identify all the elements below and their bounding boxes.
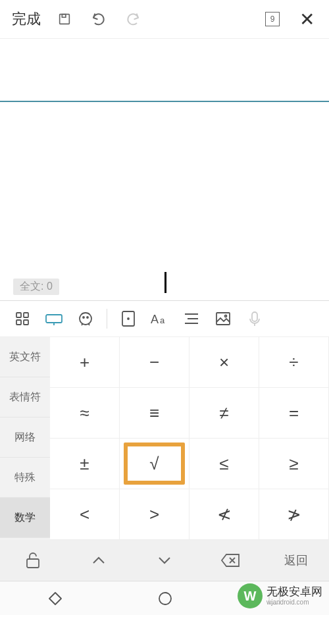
chevron-down-icon[interactable] (132, 540, 197, 581)
lock-icon[interactable] (0, 540, 66, 581)
svg-rect-3 (24, 313, 28, 317)
font-icon[interactable]: Aa (144, 303, 176, 335)
keyboard-icon[interactable] (38, 303, 70, 335)
save-icon[interactable] (50, 5, 79, 34)
symbol-grid: + − × ÷ ≈ ≡ ≠ = ± √ ≤ ≥ < > ≮ ≯ (50, 337, 329, 540)
svg-text:a: a (160, 315, 165, 325)
text-cursor (164, 272, 166, 293)
format-toolbar: Aa (0, 300, 329, 337)
symbol-lt[interactable]: < (50, 489, 120, 540)
symbol-equal[interactable]: = (259, 388, 329, 439)
svg-rect-19 (252, 312, 257, 321)
frame-icon[interactable] (113, 303, 144, 335)
svg-point-21 (159, 593, 171, 604)
svg-rect-0 (60, 14, 70, 24)
mic-icon[interactable] (239, 303, 270, 335)
done-button[interactable]: 完成 (8, 9, 45, 29)
undo-icon[interactable] (84, 5, 113, 34)
symbol-multiply[interactable]: × (190, 337, 259, 388)
symbol-divide[interactable]: ÷ (259, 337, 329, 388)
svg-rect-2 (16, 313, 21, 317)
word-count-badge: 全文: 0 (13, 279, 59, 295)
svg-rect-1 (62, 14, 66, 18)
symbol-identical[interactable]: ≡ (120, 388, 190, 439)
svg-rect-5 (24, 320, 28, 325)
svg-point-18 (225, 315, 227, 317)
chevron-up-icon[interactable] (66, 540, 132, 581)
symbol-not-lt[interactable]: ≮ (190, 489, 259, 540)
back-button[interactable]: 返回 (263, 540, 329, 581)
symbol-approx[interactable]: ≈ (50, 388, 120, 439)
align-icon[interactable] (176, 303, 207, 335)
symbol-gt[interactable]: > (120, 489, 190, 540)
tab-special-symbols[interactable]: 特殊 (0, 458, 50, 498)
tab-emoji-symbols[interactable]: 表情符 (0, 377, 50, 417)
svg-point-9 (87, 317, 88, 318)
svg-rect-17 (216, 313, 230, 325)
editor-divider (0, 101, 329, 102)
symbol-lte[interactable]: ≤ (190, 439, 259, 489)
symbol-plus[interactable]: + (50, 337, 120, 388)
image-icon[interactable] (207, 303, 239, 335)
top-toolbar: 完成 9 ✕ (0, 0, 329, 38)
nav-home-icon[interactable] (158, 591, 172, 606)
svg-rect-4 (16, 320, 21, 325)
symbol-category-tabs: 英文符 表情符 网络 特殊 数学 (0, 337, 50, 540)
close-icon[interactable]: ✕ (292, 5, 321, 34)
symbol-gte[interactable]: ≥ (259, 439, 329, 489)
symbol-sqrt[interactable]: √ (120, 439, 190, 489)
symbol-plus-minus[interactable]: ± (50, 439, 120, 489)
keyboard-bottom-bar: 返回 (0, 540, 329, 581)
svg-point-8 (83, 317, 84, 318)
editor-area[interactable]: 全文: 0 (0, 38, 329, 300)
svg-rect-6 (46, 315, 62, 323)
symbol-panel: 英文符 表情符 网络 特殊 数学 + − × ÷ ≈ ≡ ≠ = ± √ ≤ ≥… (0, 337, 329, 540)
nav-back-icon[interactable] (48, 591, 63, 606)
symbol-not-equal[interactable]: ≠ (190, 388, 259, 439)
redo-icon (118, 5, 147, 34)
tab-network-symbols[interactable]: 网络 (0, 417, 50, 458)
page-number-box[interactable]: 9 (258, 5, 287, 34)
apps-icon[interactable] (7, 303, 38, 335)
watermark-title: 无极安卓网 (266, 586, 322, 599)
watermark-logo: W (238, 583, 263, 608)
svg-text:A: A (151, 313, 159, 326)
watermark-subtitle: wjandroid.com (266, 599, 322, 606)
tab-english-symbols[interactable]: 英文符 (0, 337, 50, 377)
svg-rect-20 (27, 559, 39, 568)
backspace-icon[interactable] (197, 540, 263, 581)
watermark: W 无极安卓网 wjandroid.com (238, 583, 322, 608)
svg-point-11 (128, 318, 129, 319)
symbol-minus[interactable]: − (120, 337, 190, 388)
tab-math-symbols[interactable]: 数学 (0, 498, 50, 538)
emoji-icon[interactable] (70, 303, 101, 335)
symbol-not-gt[interactable]: ≯ (259, 489, 329, 540)
